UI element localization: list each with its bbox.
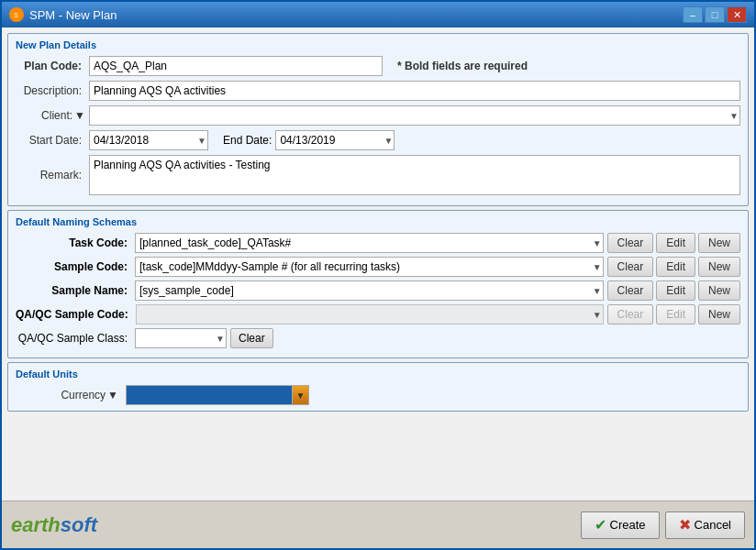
client-row: Client: ▼ ▼ (16, 105, 740, 126)
currency-dropdown: ▼ (126, 385, 309, 405)
plan-code-row: Plan Code: * Bold fields are required (16, 56, 740, 76)
task-code-label: Task Code: (16, 236, 135, 249)
new-plan-title: New Plan Details (16, 39, 740, 50)
new-plan-section: New Plan Details Plan Code: * Bold field… (7, 33, 749, 206)
sample-code-clear-button[interactable]: Clear (607, 257, 654, 277)
sample-code-edit-button[interactable]: Edit (656, 257, 695, 277)
cancel-button[interactable]: ✖ Cancel (665, 512, 745, 539)
sample-name-label: Sample Name: (16, 284, 135, 297)
main-window: S SPM - New Plan – □ ✕ New Plan Details … (0, 0, 756, 550)
footer-buttons: ✔ Create ✖ Cancel (581, 512, 746, 539)
description-input[interactable] (89, 81, 740, 101)
sample-code-select[interactable]: [task_code]MMddyy-Sample # (for all recu… (135, 257, 604, 277)
task-code-buttons: Clear Edit New (607, 233, 740, 253)
sample-code-buttons: Clear Edit New (607, 257, 740, 277)
currency-select[interactable] (127, 386, 308, 404)
create-label: Create (610, 518, 646, 532)
check-icon: ✔ (595, 516, 606, 534)
currency-label-button[interactable]: Currency ▼ (16, 389, 126, 402)
qaqc-sample-code-row: QA/QC Sample Code: ▼ Clear Edit New (16, 304, 740, 324)
units-section: Default Units Currency ▼ ▼ (7, 362, 749, 412)
plan-code-label: Plan Code: (16, 60, 89, 72)
client-dropdown-icon: ▼ (74, 109, 85, 122)
qaqc-sample-code-select-wrapper: ▼ (136, 304, 604, 324)
qaqc-class-clear-button[interactable]: Clear (230, 328, 273, 348)
svg-text:S: S (14, 12, 18, 18)
task-code-clear-button[interactable]: Clear (607, 233, 654, 253)
title-controls: – □ ✕ (683, 6, 747, 23)
start-date-label: Start Date: (16, 134, 89, 147)
qaqc-class-select-wrapper: ▼ (135, 328, 227, 348)
title-bar: S SPM - New Plan – □ ✕ (2, 2, 754, 28)
minimize-button[interactable]: – (683, 6, 703, 23)
naming-section: Default Naming Schemas Task Code: [plann… (7, 210, 749, 358)
currency-dropdown-icon: ▼ (107, 389, 118, 402)
remark-textarea[interactable]: Planning AQS QA activities - Testing (89, 155, 740, 195)
logo-earth: earth (11, 513, 61, 537)
plan-code-input[interactable] (89, 56, 383, 76)
remark-label: Remark: (16, 169, 89, 182)
maximize-button[interactable]: □ (705, 6, 725, 23)
start-date-wrapper: 04/13/2018 ▼ (89, 130, 208, 150)
window-title: SPM - New Plan (29, 8, 117, 22)
end-date-label: End Date: (223, 134, 272, 147)
client-select[interactable] (89, 105, 740, 126)
sample-name-new-button[interactable]: New (698, 280, 740, 301)
task-code-select[interactable]: [planned_task_code]_QATask# (135, 233, 604, 253)
qaqc-sample-code-new-button[interactable]: New (698, 304, 740, 324)
remark-row: Remark: Planning AQS QA activities - Tes… (16, 155, 740, 195)
sample-code-row: Sample Code: [task_code]MMddyy-Sample # … (16, 257, 740, 277)
qaqc-class-select[interactable] (135, 328, 227, 348)
sample-code-new-button[interactable]: New (698, 257, 740, 277)
description-label: Description: (16, 84, 89, 97)
qaqc-sample-code-select[interactable] (136, 304, 604, 324)
qaqc-sample-code-edit-button[interactable]: Edit (656, 304, 695, 324)
client-dropdown-wrapper: ▼ (89, 105, 740, 126)
currency-arrow-button[interactable]: ▼ (292, 386, 308, 404)
qaqc-sample-code-clear-button[interactable]: Clear (607, 304, 654, 324)
currency-label: Currency (61, 389, 106, 402)
client-label-button[interactable]: Client: ▼ (16, 109, 89, 122)
x-icon: ✖ (679, 516, 691, 534)
title-bar-left: S SPM - New Plan (9, 7, 117, 22)
task-code-select-wrapper: [planned_task_code]_QATask# ▼ (135, 233, 604, 253)
sample-name-clear-button[interactable]: Clear (607, 280, 654, 301)
logo-soft: soft (61, 513, 97, 537)
date-row: Start Date: 04/13/2018 ▼ End Date: 04/13… (16, 130, 740, 150)
currency-row: Currency ▼ ▼ (16, 385, 740, 405)
sample-code-select-wrapper: [task_code]MMddyy-Sample # (for all recu… (135, 257, 604, 277)
end-date-select[interactable]: 04/13/2019 (275, 130, 395, 150)
create-button[interactable]: ✔ Create (581, 512, 660, 539)
task-code-edit-button[interactable]: Edit (656, 233, 695, 253)
sample-name-select[interactable]: [sys_sample_code] (135, 280, 604, 301)
sample-name-edit-button[interactable]: Edit (656, 280, 695, 301)
sample-name-buttons: Clear Edit New (607, 280, 740, 301)
sample-code-label: Sample Code: (16, 260, 135, 273)
task-code-new-button[interactable]: New (698, 233, 740, 253)
description-row: Description: (16, 81, 740, 101)
required-note: * Bold fields are required (397, 60, 528, 72)
units-title: Default Units (16, 368, 740, 380)
logo: earthsoft (11, 513, 97, 537)
naming-title: Default Naming Schemas (16, 216, 740, 227)
cancel-label: Cancel (695, 518, 731, 532)
qaqc-sample-code-label: QA/QC Sample Code: (16, 308, 136, 321)
content-area: New Plan Details Plan Code: * Bold field… (2, 28, 754, 500)
task-code-row: Task Code: [planned_task_code]_QATask# ▼… (16, 233, 740, 253)
start-date-select[interactable]: 04/13/2018 (89, 130, 208, 150)
qaqc-sample-class-label: QA/QC Sample Class: (16, 332, 135, 345)
footer: earthsoft ✔ Create ✖ Cancel (2, 500, 754, 548)
app-icon: S (9, 7, 24, 22)
sample-name-row: Sample Name: [sys_sample_code] ▼ Clear E… (16, 280, 740, 301)
end-date-wrapper: 04/13/2019 ▼ (275, 130, 395, 150)
sample-name-select-wrapper: [sys_sample_code] ▼ (135, 280, 604, 301)
qaqc-sample-class-row: QA/QC Sample Class: ▼ Clear (16, 328, 740, 348)
close-button[interactable]: ✕ (727, 6, 747, 23)
qaqc-sample-code-buttons: Clear Edit New (607, 304, 740, 324)
